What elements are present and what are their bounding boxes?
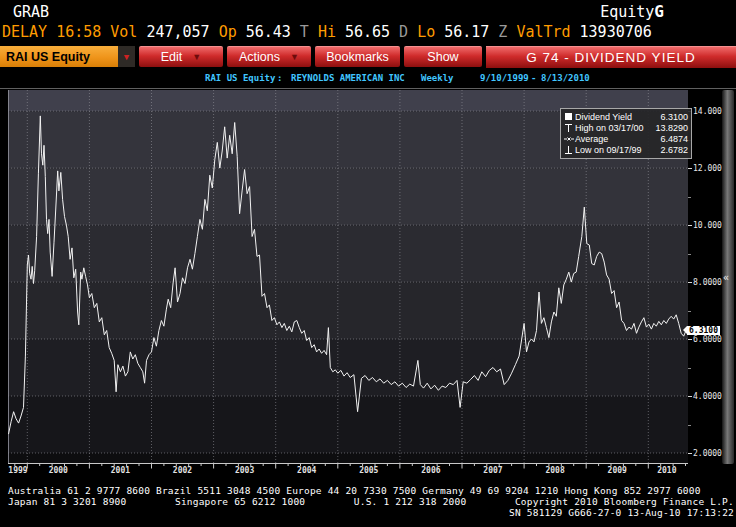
quote-item: DELAY (2, 23, 47, 43)
legend-value: 6.3100 (660, 112, 688, 122)
footer-contacts-line2: Japan 81 3 3201 8900 Singapore 65 6212 1… (8, 496, 734, 507)
x-axis-label: 2006 (415, 466, 447, 475)
x-axis-label: 2002 (167, 466, 199, 475)
x-axis-label: 2005 (353, 466, 385, 475)
x-axis-label: 2000 (42, 466, 74, 475)
chart-scrollbar[interactable]: « (722, 90, 734, 464)
legend-value: 6.4874 (660, 134, 688, 144)
edit-button-label: Edit (161, 50, 183, 64)
quote-item: 56.17 (444, 23, 489, 43)
x-axis-label: 2010 (651, 466, 683, 475)
footer-singapore: Singapore 65 6212 1000 (175, 496, 305, 507)
show-button-label: Show (427, 50, 458, 64)
high-marker-icon (564, 123, 575, 133)
equity-key: G (654, 2, 664, 21)
grab-label: GRAB (13, 3, 49, 21)
quote-item: 16:58 (56, 23, 101, 43)
toolbar: RAI US Equity ▼ Edit▼ Actions▼ Bookmarks… (0, 45, 736, 68)
quote-item: ValTrd (516, 23, 570, 43)
bookmarks-button[interactable]: Bookmarks (315, 46, 400, 67)
chevron-down-icon: ▼ (290, 52, 299, 62)
average-marker-icon (564, 135, 575, 143)
quote-item: 56.43 (246, 23, 291, 43)
quote-item: T (300, 23, 309, 43)
actions-button[interactable]: Actions▼ (227, 46, 311, 67)
periodicity: Weekly (421, 73, 454, 83)
x-axis-label: 2008 (539, 466, 571, 475)
quote-item: Hi (318, 23, 336, 43)
actions-button-label: Actions (239, 50, 280, 64)
x-axis: 1999200020012002200320042005200620072008… (8, 466, 698, 478)
legend-label: High on 03/17/00 (575, 123, 655, 133)
legend-value: 13.8290 (655, 123, 688, 133)
footer-us: U.S. 1 212 318 2000 (354, 496, 466, 507)
scrollbar-collapse-icon[interactable]: « (723, 272, 729, 283)
ticker-dropdown[interactable]: RAI US Equity (0, 46, 118, 67)
y-axis-minor-tick (688, 311, 691, 312)
date-range-start: 9/10/1999 (480, 73, 529, 83)
function-name: EquityG (600, 2, 664, 21)
y-axis-label: 6.0000 (693, 335, 722, 344)
security-name: REYNOLDS AMERICAN INC (291, 73, 405, 83)
x-axis-label: 1999 (2, 466, 34, 475)
quote-item: 56.65 (345, 23, 390, 43)
footer-terminal-id: SN 581129 G666-27-0 13-Aug-10 17:13:22 (8, 507, 734, 518)
x-axis-label: 2001 (104, 466, 136, 475)
quote-item: 13930706 (580, 23, 652, 43)
y-axis-minor-tick (688, 197, 691, 198)
footer-contacts-line1: Australia 61 2 9777 8600 Brazil 5511 304… (8, 485, 734, 496)
x-axis-label: 2009 (601, 466, 633, 475)
chart-legend: Dividend Yield6.3100High on 03/17/0013.8… (560, 108, 692, 159)
y-axis-label: 2.0000 (693, 449, 722, 458)
edit-button[interactable]: Edit▼ (139, 46, 223, 67)
security-info-strip: RAI US Equity : REYNOLDS AMERICAN INC We… (0, 69, 736, 87)
legend-label: Average (575, 134, 660, 144)
quote-item: Vol (110, 23, 137, 43)
last-value-tag: 6.3100 (687, 326, 720, 335)
quote-item: D (399, 23, 408, 43)
equity-label: Equity (600, 3, 654, 21)
legend-value: 2.6782 (660, 145, 688, 155)
footer-copyright: Copyright 2010 Bloomberg Finance L.P. (515, 496, 734, 507)
y-axis-minor-tick (688, 254, 691, 255)
quote-item: 247,057 (146, 23, 209, 43)
y-axis-minor-tick (688, 368, 691, 369)
quote-item: Lo (417, 23, 435, 43)
x-axis-label: 2003 (229, 466, 261, 475)
legend-row: Average6.4874 (564, 133, 688, 144)
quote-item: Op (219, 23, 237, 43)
legend-row: High on 03/17/0013.8290 (564, 122, 688, 133)
low-marker-icon (564, 145, 575, 155)
legend-row: Dividend Yield6.3100 (564, 111, 688, 122)
x-axis-label: 2004 (291, 466, 323, 475)
security-ticker: RAI US Equity (205, 73, 275, 83)
date-range-dash: - (531, 73, 536, 83)
quote-item: Z (498, 23, 507, 43)
x-axis-label: 2007 (477, 466, 509, 475)
footer-japan: Japan 81 3 3201 8900 (8, 496, 126, 507)
y-axis-label: 4.0000 (693, 392, 722, 401)
legend-row: Low on 09/17/992.6782 (564, 144, 688, 155)
chevron-down-icon: ▼ (192, 52, 201, 62)
legend-label: Dividend Yield (575, 112, 660, 122)
date-range-end: 8/13/2010 (541, 73, 590, 83)
ticker-dropdown-arrow-icon[interactable]: ▼ (118, 46, 135, 67)
legend-label: Low on 09/17/99 (575, 145, 660, 155)
y-axis-minor-tick (688, 425, 691, 426)
header-row-1: GRAB EquityG (0, 0, 736, 22)
page-title: G 74 - DIVIDEND YIELD (486, 46, 736, 68)
show-button[interactable]: Show (404, 46, 482, 67)
header-separator (0, 88, 736, 89)
colon: : (277, 73, 282, 83)
square-marker-icon (564, 112, 575, 121)
quote-line: DELAY16:58Vol247,057Op56.43THi56.65DLo56… (2, 23, 736, 43)
bookmarks-button-label: Bookmarks (326, 50, 389, 64)
y-axis-label: 8.0000 (693, 278, 722, 287)
